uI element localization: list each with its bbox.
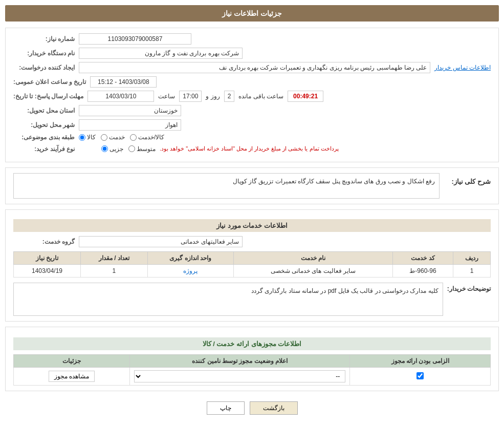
- category-kala-radio[interactable]: [79, 134, 85, 141]
- print-button[interactable]: چاپ: [207, 401, 245, 415]
- purchase-type-note: پرداخت تمام یا بخشی از مبلغ خریدار از مح…: [160, 144, 339, 154]
- permits-table: الزامی بودن ارائه مجوز اعلام وضعیت مجوز …: [13, 354, 491, 386]
- buyer-org-value: شرکت بهره برداری نفت و گاز مارون: [79, 48, 243, 59]
- cell-row: 1: [453, 265, 490, 278]
- bottom-buttons: بازگشت چاپ: [5, 401, 499, 415]
- cell-code: 960-96-ط: [393, 265, 453, 278]
- need-number-label: شماره نیاز:: [13, 35, 75, 42]
- category-kala-khidmat-radio[interactable]: [130, 134, 137, 141]
- purchase-type-medium-label: متوسط: [137, 145, 156, 153]
- category-kala-khidmat[interactable]: کالا/خدمت: [130, 134, 164, 141]
- buyer-notes-label: توضیحات خریدار:: [447, 283, 491, 292]
- col-name: نام خدمت: [233, 252, 393, 265]
- cell-date: 1403/04/19: [14, 265, 81, 278]
- deadline-time-label: ساعت: [158, 93, 175, 100]
- province-value: خوزستان: [79, 105, 181, 116]
- services-section-title: اطلاعات خدمات مورد نیاز: [13, 219, 491, 232]
- permits-title: اطلاعات مجوزهای ارائه خدمت / کالا: [13, 337, 491, 350]
- service-group-label: گروه خدمت:: [13, 238, 75, 245]
- purchase-type-partial[interactable]: جزیی: [101, 145, 123, 153]
- city-label: شهر محل تحویل:: [13, 121, 75, 129]
- cell-name: سایر فعالیت های خدماتی شخصی: [233, 265, 393, 278]
- permits-status-cell[interactable]: --: [129, 368, 349, 386]
- service-group-value: سایر فعالیتهای خدماتی: [79, 236, 243, 247]
- permits-row: -- مشاهده مجوز: [14, 368, 491, 386]
- permits-detail-cell[interactable]: مشاهده مجوز: [14, 368, 130, 386]
- table-row: 1 960-96-ط سایر فعالیت های خدماتی شخصی پ…: [14, 265, 491, 278]
- category-khidmat-radio[interactable]: [101, 134, 107, 141]
- col-code: کد خدمت: [393, 252, 453, 265]
- category-kala-label: کالا: [87, 134, 96, 141]
- back-button[interactable]: بازگشت: [250, 401, 298, 415]
- permits-status-select[interactable]: --: [134, 370, 345, 382]
- category-options: کالا/خدمت خدمت کالا: [79, 134, 164, 141]
- purchase-type-label: نوع فرآیند خرید:: [13, 145, 75, 153]
- col-unit: واحد اندازه گیری: [147, 252, 233, 265]
- purchase-type-options: متوسط جزیی: [79, 145, 156, 153]
- need-description-title: شرح کلی نیاز:: [445, 175, 491, 185]
- city-value: اهواز: [79, 119, 181, 131]
- need-description-value: رفع اشکال و نصب ورق های ساندویچ پنل سقف …: [13, 173, 440, 199]
- deadline-day-label: روز و: [206, 93, 220, 100]
- cell-qty: 1: [81, 265, 148, 278]
- cell-unit: پروژه: [147, 265, 233, 278]
- permits-required-cell: [350, 368, 491, 386]
- purchase-type-partial-label: جزیی: [109, 145, 123, 153]
- creator-value: علی رضا طهماسبی رئیس برنامه ریزی نگهداری…: [79, 62, 430, 73]
- announce-label: تاریخ و ساعت اعلان عمومی:: [13, 78, 86, 86]
- purchase-type-medium-radio[interactable]: [128, 145, 135, 152]
- page-header: جزئیات اطلاعات نیاز: [5, 5, 499, 22]
- category-label: طبقه بندی موضوعی:: [13, 134, 75, 141]
- page-title: جزئیات اطلاعات نیاز: [222, 9, 282, 17]
- announce-value: 1403/03/08 - 15:12: [90, 76, 157, 88]
- category-khidmat[interactable]: خدمت: [101, 134, 125, 141]
- permits-required-checkbox[interactable]: [417, 372, 424, 379]
- purchase-type-medium[interactable]: متوسط: [128, 145, 156, 153]
- deadline-label: مهلت ارسال پاسخ: تا تاریخ:: [13, 93, 83, 100]
- category-khidmat-label: خدمت: [109, 134, 125, 141]
- province-label: استان محل تحویل:: [13, 107, 75, 114]
- purchase-type-partial-radio[interactable]: [101, 145, 108, 152]
- buyer-notes-value: کلیه مدارک درخواستی در قالب یک فایل pdf …: [13, 283, 443, 316]
- view-permit-button[interactable]: مشاهده مجوز: [49, 371, 95, 382]
- category-kala-khidmat-label: کالا/خدمت: [138, 134, 164, 141]
- col-qty: تعداد / مقدار: [81, 252, 148, 265]
- countdown-label: ساعت باقی مانده: [238, 93, 283, 100]
- deadline-date: 1403/03/10: [87, 91, 154, 102]
- deadline-time: 17:00: [179, 91, 202, 102]
- permits-col-details: جزئیات: [14, 355, 130, 368]
- need-number-value: 1103093079000587: [79, 33, 191, 45]
- countdown-value: 00:49:21: [288, 91, 323, 102]
- buyer-org-label: نام دستگاه خریدار:: [13, 50, 75, 57]
- permits-col-status: اعلام وضعیت مجوز توسط نامین کننده: [129, 355, 349, 368]
- col-date: تاریخ نیاز: [14, 252, 81, 265]
- permits-col-required: الزامی بودن ارائه مجوز: [350, 355, 491, 368]
- deadline-days: 2: [224, 91, 235, 102]
- col-row: ردیف: [453, 252, 490, 265]
- contact-link[interactable]: اطلاعات تماس خریدار: [434, 64, 491, 71]
- creator-label: ایجاد کننده درخواست:: [13, 64, 75, 71]
- services-table: ردیف کد خدمت نام خدمت واحد اندازه گیری ت…: [13, 251, 491, 278]
- category-kala[interactable]: کالا: [79, 134, 96, 141]
